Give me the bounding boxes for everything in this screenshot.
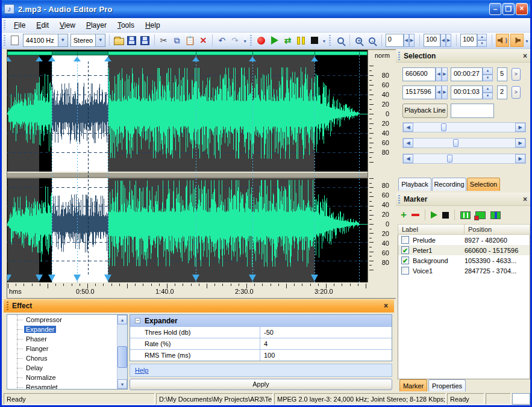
copy-button[interactable]: ⧉ <box>171 34 184 47</box>
minimize-button[interactable]: – <box>489 3 501 15</box>
delete-button[interactable]: ✕ <box>197 34 210 47</box>
toolbar-grip-3[interactable] <box>329 35 331 46</box>
tree-item-resamplet[interactable]: Resamplet <box>7 382 127 390</box>
save-as-button[interactable] <box>139 34 152 47</box>
marker-row[interactable]: Prelude8927 - 482060 <box>398 235 530 245</box>
menu-item-player[interactable]: Player <box>81 20 112 31</box>
playback-line-button[interactable]: Playback Line <box>402 104 448 118</box>
cut-button[interactable]: ✂ <box>157 34 171 47</box>
menu-item-edit[interactable]: Edit <box>31 20 54 31</box>
add-marker-button[interactable]: + <box>401 211 407 219</box>
new-file-button[interactable] <box>8 34 22 47</box>
title-bar[interactable]: ♪ 2.mp3 - Audio Editor Pro – ❒ × <box>2 0 530 18</box>
slider-right-arrow-icon[interactable]: ▶ <box>515 123 525 132</box>
selection-start-stepper[interactable]: ◀▶ <box>436 67 448 81</box>
marker-regions-button[interactable] <box>460 211 471 219</box>
menu-item-view[interactable]: View <box>54 20 81 31</box>
slider-right-arrow-icon[interactable]: ▶ <box>515 154 525 163</box>
selection-end-time-spinner[interactable]: ▲▼ <box>483 85 493 99</box>
playback-line-field[interactable] <box>451 104 494 118</box>
marker-col-label[interactable]: Label <box>398 225 465 234</box>
tab-marker[interactable]: Marker <box>399 379 427 391</box>
selection-start-snap-field[interactable]: 5 <box>497 67 507 81</box>
tree-item-flanger[interactable]: Flanger <box>7 344 127 353</box>
selection-end-sample-field[interactable]: 1517596 <box>402 85 436 99</box>
right-channel-toggle[interactable] <box>510 34 524 47</box>
zoom-out-button[interactable]: - <box>366 34 379 47</box>
marker-merge-button[interactable] <box>475 211 486 219</box>
checkbox-icon[interactable]: ✔ <box>401 256 409 264</box>
tree-item-normalize[interactable]: Normalize <box>7 373 127 382</box>
remove-marker-button[interactable] <box>412 214 419 216</box>
toolbar-overflow-2[interactable]: ▼ <box>321 34 328 47</box>
scroll-down-icon[interactable]: ▼ <box>117 379 127 389</box>
collapse-icon[interactable]: − <box>135 318 140 323</box>
arrow-down-icon[interactable]: ▼ <box>477 40 487 47</box>
left-channel-toggle[interactable]: ) <box>496 34 509 47</box>
apply-button[interactable]: Apply <box>130 379 392 390</box>
menu-grip[interactable] <box>4 20 5 30</box>
marker-pane-header[interactable]: Marker × <box>396 193 532 206</box>
menu-item-help[interactable]: Help <box>140 20 166 31</box>
position-stepper[interactable]: ◀▶ <box>404 34 415 47</box>
slider-left-arrow-icon[interactable]: ◀ <box>403 123 413 132</box>
zoom-in-button[interactable]: + <box>352 34 366 47</box>
selection-end-stepper[interactable]: ◀▶ <box>436 85 448 99</box>
tab-playback[interactable]: Playback <box>398 178 431 191</box>
marker-col-position[interactable]: Position <box>465 225 492 234</box>
chevron-down-icon[interactable]: ▼ <box>95 34 105 46</box>
slider-thumb[interactable] <box>453 139 458 147</box>
slider-thumb[interactable] <box>441 123 446 131</box>
stop-marker-button[interactable] <box>442 212 449 219</box>
selection-pane-header[interactable]: Selection × <box>396 49 532 63</box>
checkbox-icon[interactable]: ✔ <box>401 246 409 254</box>
redo-button[interactable]: ↷ <box>228 34 242 47</box>
marker-band-button[interactable] <box>490 211 501 219</box>
marker-row[interactable]: Voice12847725 - 3704... <box>398 266 530 276</box>
help-link[interactable]: Help <box>135 367 149 374</box>
selection-slider-2[interactable]: ◀▶ <box>402 138 526 148</box>
pause-button[interactable] <box>295 34 308 47</box>
scroll-thumb[interactable] <box>117 346 127 368</box>
loop-play-button[interactable]: ⇄ <box>281 34 295 47</box>
waveform-canvas[interactable] <box>7 50 396 298</box>
arrow-right-icon[interactable]: ▶ <box>409 34 415 47</box>
close-button[interactable]: × <box>516 3 528 15</box>
undo-button[interactable]: ↶ <box>215 34 228 47</box>
v-zoom-stepper[interactable]: ▲▼ <box>477 34 487 47</box>
menu-item-tools[interactable]: Tools <box>112 20 140 31</box>
selection-end-time-field[interactable]: 00:01:03 <box>451 85 483 99</box>
arrow-up-icon[interactable]: ▲ <box>477 34 487 40</box>
selection-start-time-field[interactable]: 00:00:27 <box>451 67 483 81</box>
toolbar-grip-1[interactable] <box>4 35 5 46</box>
property-row[interactable]: Thres Hold (db)-50 <box>130 326 392 338</box>
h-zoom-field[interactable]: 100 <box>424 34 440 47</box>
slider-left-arrow-icon[interactable]: ◀ <box>403 154 413 163</box>
close-icon[interactable]: × <box>523 52 527 60</box>
selection-slider-3[interactable]: ◀▶ <box>402 154 526 164</box>
menu-item-file[interactable]: File <box>8 20 31 31</box>
effect-pane-header[interactable]: Effect × <box>4 299 394 312</box>
sample-rate-combo[interactable]: 44100 Hz ▼ <box>23 34 68 47</box>
marker-table-header[interactable]: LabelPosition <box>398 224 530 235</box>
play-marker-button[interactable] <box>431 211 437 219</box>
tree-scrollbar[interactable]: ▲ ▼ <box>117 315 127 389</box>
zoom-selection-button[interactable] <box>334 34 347 47</box>
play-button[interactable] <box>268 34 281 47</box>
tab-properties[interactable]: Properties <box>428 379 466 391</box>
toolbar-overflow-1[interactable]: ▼ <box>242 34 248 47</box>
toolbar-grip-2[interactable] <box>250 35 252 46</box>
arrow-left-icon[interactable]: ◀ <box>404 34 409 47</box>
property-value[interactable]: -50 <box>260 327 392 338</box>
property-grid-header[interactable]: − Expander <box>130 315 392 326</box>
close-icon[interactable]: × <box>523 196 527 203</box>
selection-start-sample-field[interactable]: 660600 <box>402 67 436 81</box>
maximize-button[interactable]: ❒ <box>502 3 515 15</box>
checkbox-icon[interactable] <box>401 267 409 275</box>
slider-left-arrow-icon[interactable]: ◀ <box>403 138 413 148</box>
slider-right-arrow-icon[interactable]: ▶ <box>515 138 525 148</box>
close-icon[interactable]: × <box>384 302 388 310</box>
paste-button[interactable]: 📋 <box>184 34 197 47</box>
tree-item-chorus[interactable]: Chorus <box>7 353 127 363</box>
h-zoom-stepper[interactable]: ◀▶ <box>440 34 451 47</box>
